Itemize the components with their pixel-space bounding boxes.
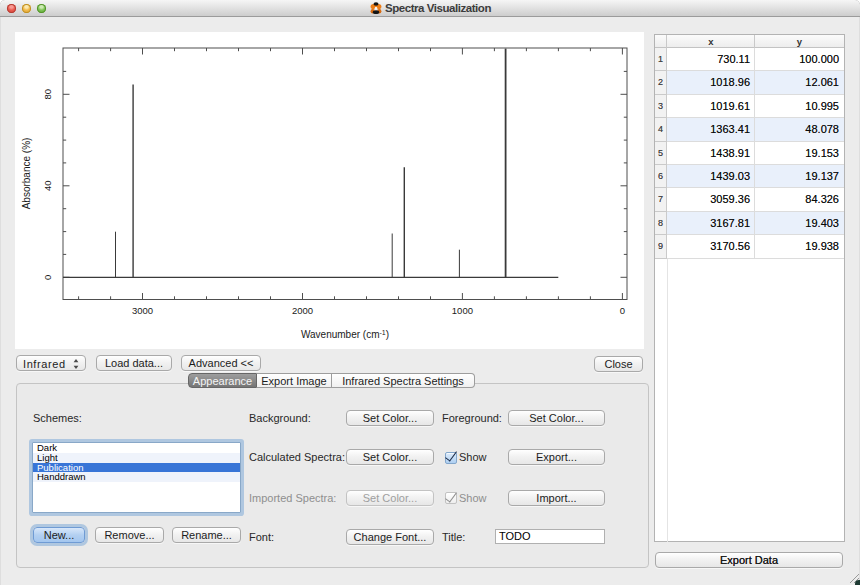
svg-text:0: 0 <box>42 275 53 280</box>
svg-text:40: 40 <box>42 181 53 192</box>
svg-text:0: 0 <box>620 305 625 316</box>
svg-text:80: 80 <box>42 89 53 100</box>
svg-text:Absorbance (%): Absorbance (%) <box>21 138 32 210</box>
svg-text:2000: 2000 <box>292 305 313 316</box>
svg-text:Wavenumber (cm-1): Wavenumber (cm-1) <box>301 329 389 340</box>
svg-text:1000: 1000 <box>452 305 473 316</box>
svg-text:3000: 3000 <box>132 305 153 316</box>
